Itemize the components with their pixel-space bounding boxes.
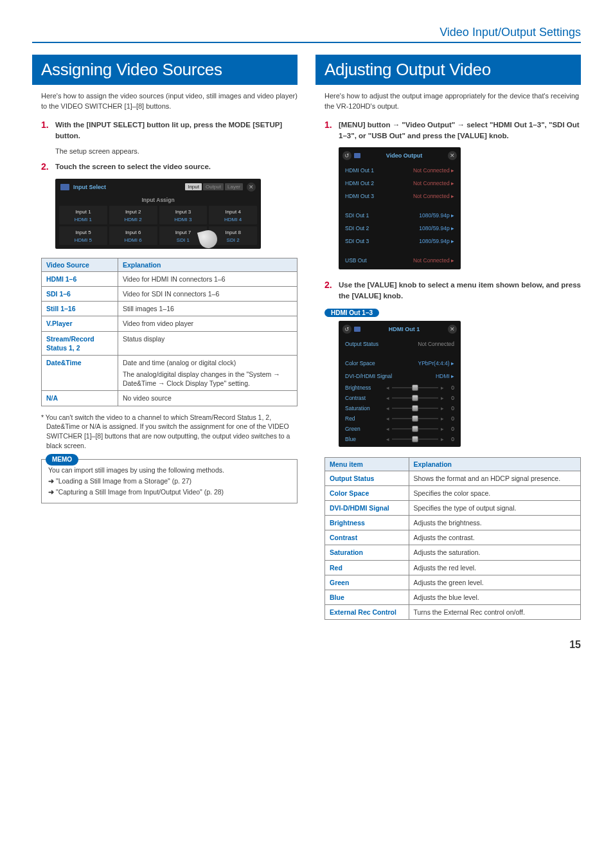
slider-track[interactable]	[392, 384, 438, 391]
cell-key: Output Status	[325, 471, 409, 485]
back-icon[interactable]: ↺	[342, 151, 351, 160]
table-row: Date&TimeDate and time (analog or digita…	[42, 355, 298, 391]
slider-thumb[interactable]	[412, 415, 418, 422]
panel-row[interactable]: SDI Out 31080/59.94p ▸	[339, 235, 461, 248]
slider-track[interactable]	[392, 426, 438, 432]
slider-thumb[interactable]	[412, 426, 418, 432]
slider-row[interactable]: Saturation◂▸0	[339, 403, 461, 413]
slider-row[interactable]: Contrast◂▸0	[339, 393, 461, 403]
panel-row[interactable]: DVI-D/HDMI SignalHDMI ▸	[339, 370, 461, 383]
slider-label: Contrast	[345, 395, 384, 401]
memo-box: MEMO You can import still images by usin…	[41, 459, 298, 503]
label: SDI Out 3	[345, 238, 369, 244]
input-cell[interactable]: Input 1HDMI 1	[59, 206, 107, 224]
right-column: Adjusting Output Video Here's how to adj…	[315, 55, 581, 626]
slider-thumb[interactable]	[412, 436, 418, 442]
tab-output[interactable]: Output	[203, 183, 224, 190]
slider-thumb[interactable]	[412, 384, 418, 391]
cell-val: Video from video player	[118, 316, 297, 331]
panel-row[interactable]: HDMI Out 3Not Connected ▸	[339, 190, 461, 203]
table-row: BlueAdjusts the blue level.	[325, 590, 581, 604]
cell-key: HDMI 1–6	[42, 271, 118, 286]
input-cell[interactable]: Input 6HDMI 6	[109, 226, 157, 245]
label: USB Out	[345, 257, 367, 264]
cell-key: DVI-D/HDMI Signal	[325, 500, 409, 515]
slider-row[interactable]: Green◂▸0	[339, 424, 461, 434]
value: Not Connected ▸	[413, 193, 454, 199]
header-rule	[32, 42, 581, 43]
monitor-icon	[354, 153, 360, 158]
cell-key: Stream/Record Status 1, 2	[42, 331, 118, 355]
table-row: Output StatusShows the format and an HDC…	[325, 471, 581, 485]
slider-label: Saturation	[345, 405, 384, 411]
cell-key: External Rec Control	[325, 605, 409, 620]
input-cell[interactable]: Input 5HDMI 5	[59, 226, 107, 245]
step-number: 1.	[41, 120, 55, 141]
label: HDMI Out 3	[345, 193, 374, 199]
input-cell[interactable]: Input 4HDMI 4	[209, 206, 257, 224]
label: DVI-D/HDMI Signal	[345, 373, 392, 379]
slider-track[interactable]	[392, 405, 438, 411]
table-row: GreenAdjusts the green level.	[325, 575, 581, 590]
close-icon[interactable]: ✕	[247, 183, 256, 192]
table-row: SaturationAdjusts the saturation.	[325, 545, 581, 560]
cell-key: Still 1–16	[42, 302, 118, 316]
cell-key: N/A	[42, 391, 118, 406]
slider-value: 0	[447, 395, 454, 401]
cell-label: Input 2	[109, 209, 157, 215]
step-1: 1. [MENU] button → "Video Output" → sele…	[324, 120, 581, 141]
slider-label: Brightness	[345, 384, 384, 391]
value: YPbPr(4:4:4) ▸	[418, 360, 455, 366]
cell-assign: HDMI 1	[59, 217, 107, 222]
panel-row[interactable]: HDMI Out 2Not Connected ▸	[339, 177, 461, 190]
cell-val: Adjusts the brightness.	[409, 516, 581, 530]
page-number: 15	[32, 639, 581, 651]
slider-label: Blue	[345, 436, 384, 442]
panel-title: Video Output	[363, 152, 445, 159]
panel-row[interactable]: USB OutNot Connected ▸	[339, 254, 461, 267]
value: 1080/59.94p ▸	[419, 225, 454, 231]
cell-val: Turns the External Rec control on/off.	[409, 605, 581, 620]
step-body: [MENU] button → "Video Output" → select …	[339, 120, 581, 141]
cell-label: Input 4	[209, 209, 257, 215]
cell-val: Adjusts the contrast.	[409, 530, 581, 545]
slider-row[interactable]: Red◂▸0	[339, 413, 461, 424]
panel-title: HDMI Out 1	[363, 326, 445, 332]
th-video-source: Video Source	[42, 258, 118, 271]
slider-row[interactable]: Blue◂▸0	[339, 434, 461, 444]
input-cell[interactable]: Input 7SDI 1	[159, 226, 208, 245]
label: HDMI Out 2	[345, 180, 374, 186]
monitor-icon	[60, 184, 69, 190]
panel-row[interactable]: Color SpaceYPbPr(4:4:4) ▸	[339, 357, 461, 370]
slider-track[interactable]	[392, 395, 438, 401]
memo-link-2[interactable]: "Capturing a Still Image from Input/Outp…	[48, 487, 290, 498]
cell-assign: HDMI 5	[59, 237, 107, 243]
cell-key: Brightness	[325, 516, 409, 530]
step-body: Touch the screen to select the video sou…	[55, 161, 298, 172]
cell-key: Saturation	[325, 545, 409, 560]
close-icon[interactable]: ✕	[448, 325, 457, 334]
cell-val: Adjusts the red level.	[409, 560, 581, 575]
panel-row[interactable]: SDI Out 11080/59.94p ▸	[339, 209, 461, 222]
memo-link-1[interactable]: "Loading a Still Image from a Storage" (…	[48, 476, 290, 487]
slider-row[interactable]: Brightness◂▸0	[339, 383, 461, 393]
value: Not Connected ▸	[413, 167, 454, 174]
th-menu-item: Menu item	[325, 457, 409, 471]
close-icon[interactable]: ✕	[448, 151, 457, 160]
cell-label: Input 6	[109, 230, 157, 235]
cell-assign: HDMI 3	[159, 217, 208, 222]
back-icon[interactable]: ↺	[342, 325, 351, 334]
input-cell[interactable]: Input 2HDMI 2	[109, 206, 157, 224]
slider-thumb[interactable]	[412, 395, 418, 401]
panel-row[interactable]: SDI Out 21080/59.94p ▸	[339, 222, 461, 235]
label: HDMI Out 1	[345, 167, 374, 174]
input-cell[interactable]: Input 3HDMI 3	[159, 206, 208, 224]
panel-row[interactable]: HDMI Out 1Not Connected ▸	[339, 164, 461, 177]
slider-thumb[interactable]	[412, 405, 418, 411]
slider-track[interactable]	[392, 415, 438, 422]
tab-layer[interactable]: Layer	[225, 183, 243, 190]
table-row: ContrastAdjusts the contrast.	[325, 530, 581, 545]
tab-input[interactable]: Input	[185, 183, 202, 190]
slider-track[interactable]	[392, 436, 438, 442]
value: Not Connected	[418, 341, 454, 347]
